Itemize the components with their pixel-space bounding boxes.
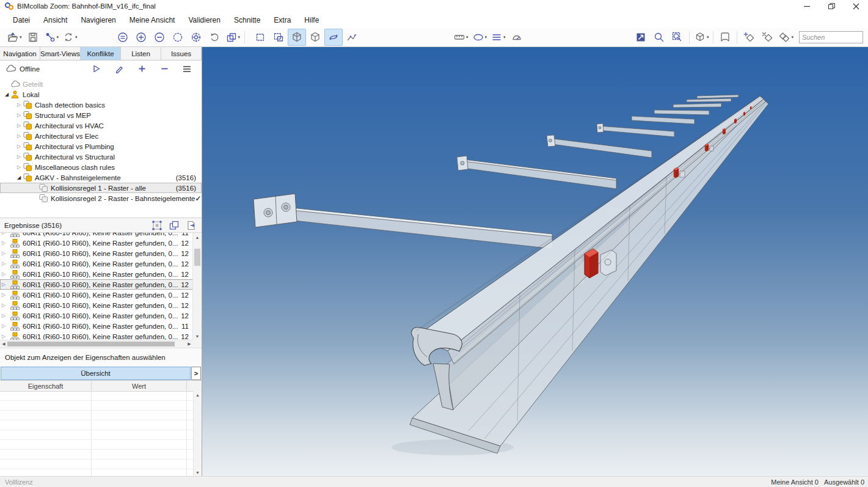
result-row[interactable]: ▷60Ri1 (Ri60-10 Ri60), Keine Raster gefu… — [0, 321, 193, 331]
add-view-button[interactable] — [740, 29, 758, 46]
view-orientation-button[interactable]: ▾ — [692, 29, 711, 46]
tree-collapsed-icon[interactable]: ▷ — [15, 141, 23, 152]
scroll-right-icon[interactable]: ▶ — [186, 340, 193, 348]
edit-rule-button[interactable] — [114, 64, 124, 74]
tree-collapsed-icon[interactable]: ▷ — [15, 110, 23, 120]
viewport-3d[interactable] — [202, 47, 868, 477]
menu-navigieren[interactable]: Navigieren — [74, 13, 122, 27]
model-box-button[interactable] — [306, 29, 324, 46]
properties-tab-next-button[interactable]: > — [191, 367, 201, 380]
result-collapsed-icon[interactable]: ▷ — [0, 313, 10, 318]
tree-item-lokal[interactable]: ◢Lokal — [0, 89, 202, 100]
tree-collapsed-icon[interactable]: ▷ — [15, 162, 23, 172]
search-input[interactable] — [799, 31, 863, 43]
tree-expanded-icon[interactable]: ◢ — [15, 172, 23, 183]
render-settings-button[interactable] — [187, 29, 205, 46]
tab-navigation[interactable]: Navigation — [0, 47, 40, 60]
result-row[interactable]: ▷60Ri1 (Ri60-10 Ri60), Keine Raster gefu… — [0, 238, 193, 248]
tree-item-kollisionsregel-2-raster-bahnsteigelemente[interactable]: Kollisionsregel 2 - Raster - Bahnsteigel… — [0, 193, 202, 203]
scroll-up-icon[interactable]: ▲ — [193, 233, 202, 241]
zoom-extents-button[interactable] — [632, 29, 650, 46]
result-row[interactable]: ▷60Ri1 (Ri60-10 Ri60), Keine Raster gefu… — [0, 279, 193, 290]
close-button[interactable] — [844, 0, 868, 12]
refresh-caret[interactable]: ▾ — [75, 35, 78, 40]
annotate-ellipse-button[interactable]: ▾ — [470, 29, 489, 46]
tree-collapsed-icon[interactable]: ▷ — [15, 100, 23, 110]
select-area-add-button[interactable] — [269, 29, 288, 46]
views-list-caret[interactable]: ▾ — [791, 35, 793, 40]
tree-item-architectural-vs-structural[interactable]: ▷Architectural vs Structural — [0, 152, 202, 162]
scroll-down-icon[interactable]: ▼ — [193, 332, 202, 340]
zoom-selection-button[interactable] — [668, 29, 687, 46]
clash-marker[interactable] — [743, 112, 745, 115]
add-rule-button[interactable] — [137, 64, 147, 74]
reset-view-button[interactable] — [205, 29, 224, 46]
results-vertical-scrollbar[interactable]: ▲▼ — [192, 233, 202, 340]
result-row[interactable]: ▷60Ri1 (Ri60-10 Ri60), Keine Raster gefu… — [0, 300, 193, 310]
clash-marker[interactable] — [674, 167, 679, 178]
views-cascade-caret[interactable]: ▾ — [238, 35, 241, 40]
tree-collapsed-icon[interactable]: ▷ — [15, 131, 23, 141]
tree-item-miscellaneous-clash-rules[interactable]: ▷Miscellaneous clash rules — [0, 162, 202, 172]
result-collapsed-icon[interactable]: ▷ — [0, 233, 10, 235]
clash-marker[interactable] — [705, 144, 709, 152]
tree-expanded-icon[interactable]: ◢ — [2, 89, 11, 100]
tree-item-architectural-vs-elec[interactable]: ▷Architectural vs Elec — [0, 131, 202, 141]
menu-validieren[interactable]: Validieren — [181, 13, 227, 27]
measure-caret[interactable]: ▾ — [466, 35, 469, 40]
share-link-caret[interactable]: ▾ — [57, 35, 59, 40]
result-collapsed-icon[interactable]: ▷ — [0, 282, 10, 287]
clash-marker[interactable] — [723, 128, 726, 134]
views-cascade-button[interactable]: ▾ — [224, 29, 243, 46]
isolate-result-button[interactable] — [151, 220, 162, 231]
share-link-button[interactable]: ▾ — [42, 29, 61, 46]
annotate-ellipse-caret[interactable]: ▾ — [485, 35, 487, 40]
remove-view-button[interactable] — [758, 29, 776, 46]
results-horizontal-scrollbar[interactable]: ◀▶ — [0, 340, 193, 348]
zoom-window-button[interactable] — [650, 29, 668, 46]
tab-konflikte[interactable]: Konflikte — [81, 47, 121, 60]
overview-tab-button[interactable]: Übersicht — [1, 367, 191, 380]
open-model-caret[interactable]: ▾ — [20, 35, 22, 40]
scroll-left-icon[interactable]: ◀ — [0, 340, 7, 348]
result-collapsed-icon[interactable]: ▷ — [0, 240, 10, 246]
menu-schnitte[interactable]: Schnitte — [227, 13, 267, 27]
scroll-up-icon[interactable]: ▲ — [194, 391, 202, 399]
result-row[interactable]: ▷60Ri1 (Ri60-10 Ri60), Keine Raster gefu… — [0, 269, 193, 279]
zoom-in-button[interactable] — [132, 29, 150, 46]
clash-marker[interactable] — [734, 119, 737, 123]
result-row[interactable]: ▷60Ri1 (Ri60-10 Ri60), Keine Raster gefu… — [0, 290, 193, 300]
properties-column-eigenschaft[interactable]: Eigenschaft — [0, 381, 92, 391]
result-row[interactable]: ▷60Ri1 (Ri60-10 Ri60), Keine Raster gefu… — [0, 310, 193, 321]
tree-item-architectural-vs-hvac[interactable]: ▷Architectural vs HVAC — [0, 120, 202, 131]
result-collapsed-icon[interactable]: ▷ — [0, 271, 10, 277]
zoom-out-button[interactable] — [150, 29, 169, 46]
result-window-button[interactable] — [169, 220, 180, 231]
rules-menu-button[interactable] — [182, 64, 192, 74]
menu-ansicht[interactable]: Ansicht — [37, 13, 74, 27]
tab-issues[interactable]: Issues — [161, 47, 202, 60]
menu-extra[interactable]: Extra — [267, 13, 297, 27]
properties-scrollbar[interactable]: ▲▼ — [193, 391, 202, 477]
section-view-button[interactable] — [288, 29, 306, 46]
measure-button[interactable]: ▾ — [451, 29, 470, 46]
clash-marker[interactable] — [750, 106, 751, 109]
model-view[interactable] — [202, 47, 868, 477]
result-collapsed-icon[interactable]: ▷ — [0, 323, 10, 329]
views-list-button[interactable]: ▾ — [776, 29, 795, 46]
result-row[interactable]: ▷60Ri1 (Ri60-10 Ri60), Keine Raster gefu… — [0, 258, 193, 269]
clash-marker-large[interactable] — [585, 249, 598, 278]
result-collapsed-icon[interactable]: ▷ — [0, 302, 10, 308]
run-clash-button[interactable] — [92, 64, 101, 74]
line-style-caret[interactable]: ▾ — [503, 35, 506, 40]
result-collapsed-icon[interactable]: ▷ — [0, 251, 10, 256]
tree-collapsed-icon[interactable]: ▷ — [15, 120, 23, 131]
tree-item-geteilt[interactable]: Geteilt — [0, 79, 202, 89]
remove-rule-button[interactable] — [159, 64, 169, 74]
render-mode-button[interactable] — [169, 29, 187, 46]
orbit-button[interactable] — [324, 29, 343, 46]
result-row[interactable]: ▷60Ri1 (Ri60-10 Ri60), Keine Raster gefu… — [0, 233, 193, 238]
result-collapsed-icon[interactable]: ▷ — [0, 334, 10, 339]
walk-mode-button[interactable] — [343, 29, 361, 46]
results-hscroll-thumb[interactable] — [7, 342, 175, 346]
